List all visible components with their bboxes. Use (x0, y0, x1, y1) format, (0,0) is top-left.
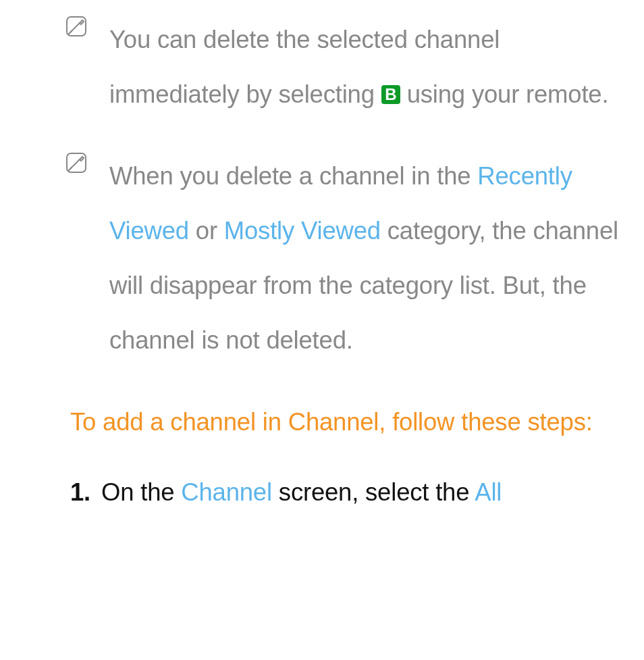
text-fragment: or (189, 217, 224, 245)
svg-line-1 (69, 31, 72, 34)
text-fragment: using your remote. (400, 80, 609, 108)
note-icon (66, 16, 86, 36)
document-page: You can delete the selected channel imme… (0, 0, 644, 510)
note-text-2: When you delete a channel in the Recentl… (109, 149, 630, 367)
step-1: 1. On the Channel screen, select the All (70, 475, 630, 510)
note-icon-wrap (66, 12, 109, 36)
svg-line-3 (69, 168, 72, 170)
note-block-1: You can delete the selected channel imme… (66, 12, 630, 122)
ui-term-all: All (475, 478, 502, 506)
note-icon (66, 153, 86, 173)
b-button-badge: B (381, 85, 400, 104)
text-fragment: On the (101, 478, 181, 506)
note-block-2: When you delete a channel in the Recentl… (66, 149, 630, 367)
note-icon-wrap (66, 149, 109, 173)
ui-term-mostly-viewed: Mostly Viewed (224, 217, 381, 245)
step-text: On the Channel screen, select the All (101, 475, 502, 510)
note-text-1: You can delete the selected channel imme… (109, 12, 630, 122)
step-number: 1. (70, 475, 101, 510)
section-heading: To add a channel in Channel, follow thes… (70, 395, 630, 449)
ui-term-channel: Channel (181, 478, 272, 506)
text-fragment: screen, select the (272, 478, 475, 506)
text-fragment: When you delete a channel in the (109, 162, 477, 190)
